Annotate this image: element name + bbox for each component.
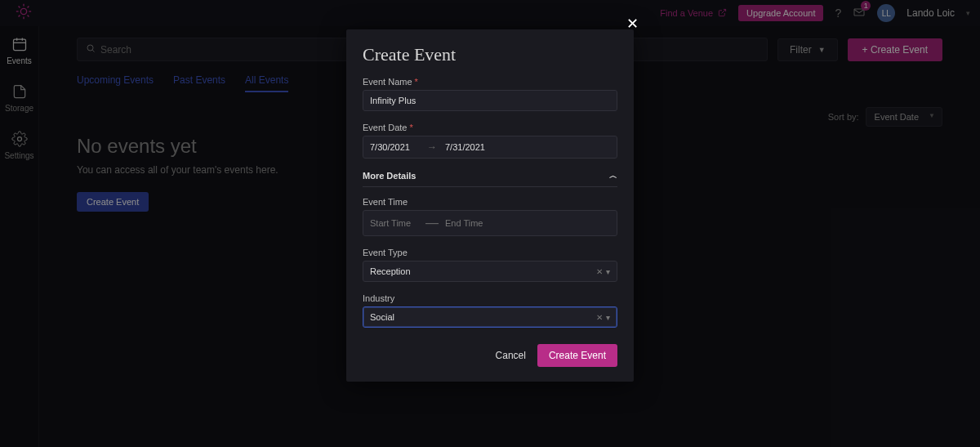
end-time-input[interactable]	[445, 218, 494, 228]
event-time-input[interactable]: —	[363, 210, 617, 236]
clear-icon[interactable]: ✕	[596, 313, 603, 322]
chevron-up-icon: ︿	[609, 170, 617, 181]
date-end-value: 7/31/2021	[445, 142, 494, 152]
more-details-label: More Details	[363, 171, 416, 181]
industry-value: Social	[370, 312, 394, 322]
cancel-button[interactable]: Cancel	[496, 350, 526, 361]
close-icon[interactable]: ✕	[626, 15, 639, 33]
industry-select[interactable]: Social ✕ ▾	[363, 306, 617, 328]
event-type-value: Reception	[370, 266, 411, 276]
event-name-input[interactable]	[363, 90, 617, 111]
event-date-label: Event Date *	[363, 123, 617, 132]
chevron-down-icon: ▾	[606, 313, 610, 322]
arrow-right-icon: →	[427, 141, 437, 153]
more-details-toggle[interactable]: More Details ︿	[363, 170, 617, 187]
modal-title: Create Event	[363, 44, 617, 65]
clear-icon[interactable]: ✕	[596, 267, 603, 276]
event-type-label: Event Type	[363, 248, 617, 257]
event-time-label: Event Time	[363, 197, 617, 207]
submit-create-event-button[interactable]: Create Event	[537, 344, 617, 367]
event-date-range-input[interactable]: 7/30/2021 → 7/31/2021	[363, 136, 617, 159]
industry-label: Industry	[363, 293, 617, 303]
create-event-modal: ✕ Create Event Event Name * Event Date *…	[346, 29, 634, 382]
chevron-down-icon: ▾	[606, 267, 610, 276]
event-name-label: Event Name *	[363, 77, 617, 87]
date-start-value: 7/30/2021	[370, 142, 419, 152]
event-type-select[interactable]: Reception ✕ ▾	[363, 261, 617, 282]
dash-icon: —	[425, 216, 439, 230]
start-time-input[interactable]	[370, 218, 419, 228]
modal-overlay: ✕ Create Event Event Name * Event Date *…	[0, 0, 980, 447]
